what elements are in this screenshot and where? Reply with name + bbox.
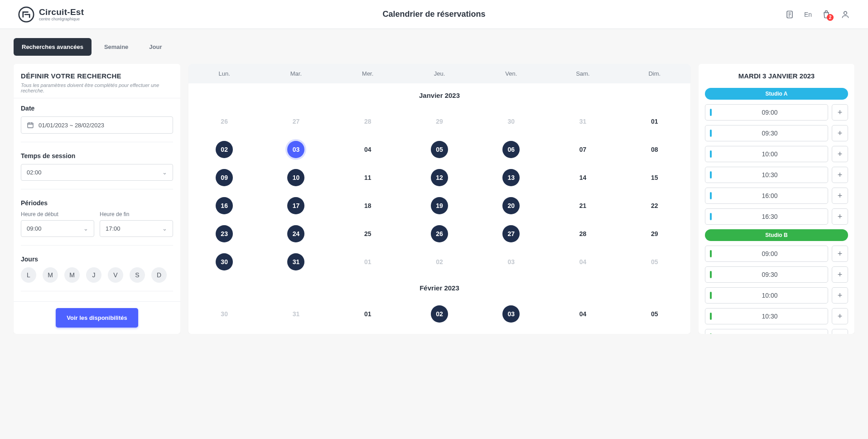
calendar-day-number[interactable]: 27 <box>502 225 520 242</box>
day-toggle-sun[interactable]: D <box>151 267 167 283</box>
session-select[interactable]: 02:00 ⌄ <box>21 164 173 181</box>
calendar-day-number: 29 <box>431 113 448 130</box>
calendar-day-number[interactable]: 17 <box>287 197 304 214</box>
calendar-day-cell[interactable]: 26 <box>404 220 475 248</box>
calendar-day-cell[interactable]: 17 <box>260 192 332 220</box>
calendar-day-number[interactable]: 03 <box>502 305 520 323</box>
document-icon[interactable] <box>785 10 794 19</box>
tab-advanced-search[interactable]: Recherches avancées <box>14 38 92 56</box>
view-availability-button[interactable]: Voir les disponibilités <box>56 308 138 328</box>
user-icon[interactable] <box>841 10 850 19</box>
calendar-day-cell[interactable]: 03 <box>260 135 332 164</box>
timeslot-button[interactable]: 09:30 <box>705 266 828 283</box>
calendar-day-number[interactable]: 24 <box>287 225 304 242</box>
end-time-select[interactable]: 17:00 ⌄ <box>100 220 173 237</box>
calendar-day-number[interactable]: 10 <box>287 169 304 186</box>
timeslot-add-button[interactable]: + <box>832 104 848 121</box>
timeslot-button[interactable]: 10:30 <box>705 308 828 324</box>
calendar-day-cell[interactable]: 02 <box>404 300 475 328</box>
calendar-day-cell[interactable]: 20 <box>475 192 547 220</box>
calendar-day-number: 21 <box>574 197 592 214</box>
calendar-day-number[interactable]: 06 <box>502 141 520 158</box>
calendar-day-number[interactable]: 02 <box>216 141 233 158</box>
calendar-day-number[interactable]: 03 <box>287 141 304 158</box>
timeslot-button[interactable]: 10:30 <box>705 167 828 183</box>
calendar-week: 23242526272829 <box>188 220 690 248</box>
day-toggle-thu[interactable]: J <box>86 267 101 283</box>
timeslot-row: 09:30+ <box>705 125 848 141</box>
timeslot-button[interactable]: 09:30 <box>705 125 828 141</box>
timeslot-add-button[interactable]: + <box>832 266 848 283</box>
timeslot-row: 09:00+ <box>705 246 848 262</box>
timeslot-time: 09:30 <box>712 271 828 278</box>
calendar-day-number: 26 <box>216 113 233 130</box>
calendar-day-cell[interactable]: 19 <box>404 192 475 220</box>
timeslot-add-button[interactable]: + <box>832 246 848 262</box>
day-toggle-tue[interactable]: M <box>43 267 58 283</box>
timeslot-button[interactable]: 09:00 <box>705 246 828 262</box>
calendar-day-number[interactable]: 20 <box>502 197 520 214</box>
calendar-day-cell[interactable]: 10 <box>260 164 332 192</box>
calendar-day-number[interactable]: 16 <box>216 197 233 214</box>
day-toggle-sat[interactable]: S <box>130 267 145 283</box>
day-toggle-mon[interactable]: L <box>21 267 36 283</box>
timeslot-button[interactable]: 16:00 <box>705 188 828 204</box>
calendar-day-cell[interactable]: 30 <box>188 248 260 276</box>
calendar-day-cell[interactable]: 27 <box>475 220 547 248</box>
timeslot-add-button[interactable]: + <box>832 188 848 204</box>
calendar-day-number[interactable]: 05 <box>431 141 448 158</box>
timeslot-button[interactable]: 11:00 <box>705 329 828 334</box>
timeslot-button[interactable]: 10:00 <box>705 287 828 304</box>
timeslot-add-button[interactable]: + <box>832 146 848 162</box>
timeslot-button[interactable]: 10:00 <box>705 146 828 162</box>
day-toggle-fri[interactable]: V <box>108 267 123 283</box>
calendar-day-cell[interactable]: 05 <box>404 135 475 164</box>
timeslot-button[interactable]: 16:30 <box>705 208 828 225</box>
calendar-day-number: 14 <box>574 169 592 186</box>
timeslot-time: 09:00 <box>712 250 828 257</box>
calendar-day-number[interactable]: 26 <box>431 225 448 242</box>
calendar-day-number[interactable]: 31 <box>287 253 304 270</box>
calendar-day-number[interactable]: 12 <box>431 169 448 186</box>
tab-week[interactable]: Semaine <box>96 38 136 56</box>
calendar-day-cell: 31 <box>260 300 332 328</box>
day-detail-title: MARDI 3 JANVIER 2023 <box>699 64 854 88</box>
calendar-day-cell[interactable]: 12 <box>404 164 475 192</box>
calendar-day-cell: 21 <box>547 192 618 220</box>
timeslot-time: 09:30 <box>712 130 828 137</box>
timeslot-add-button[interactable]: + <box>832 287 848 304</box>
calendar-day-number: 05 <box>646 253 663 270</box>
day-toggle-wed[interactable]: M <box>64 267 80 283</box>
calendar-day-cell[interactable]: 16 <box>188 192 260 220</box>
calendar-day-cell[interactable]: 24 <box>260 220 332 248</box>
timeslot-add-button[interactable]: + <box>832 208 848 225</box>
calendar-day-cell: 04 <box>547 300 618 328</box>
calendar-day-number: 31 <box>287 305 304 323</box>
cart-icon[interactable]: 2 <box>822 10 831 19</box>
calendar-day-number[interactable]: 19 <box>431 197 448 214</box>
language-toggle[interactable]: En <box>804 11 812 18</box>
start-time-select[interactable]: 09:00 ⌄ <box>21 220 94 237</box>
calendar-day-cell[interactable]: 03 <box>475 300 547 328</box>
calendar-day-number[interactable]: 02 <box>431 305 448 323</box>
calendar-day-cell[interactable]: 31 <box>260 248 332 276</box>
timeslot-add-button[interactable]: + <box>832 329 848 334</box>
timeslot-time: 11:00 <box>712 333 828 334</box>
logo[interactable]: Circuit-Est centre chorégraphique <box>18 6 84 23</box>
timeslot-add-button[interactable]: + <box>832 308 848 324</box>
timeslot-add-button[interactable]: + <box>832 167 848 183</box>
calendar-day-cell[interactable]: 23 <box>188 220 260 248</box>
calendar-day-number[interactable]: 13 <box>502 169 520 186</box>
timeslot-add-button[interactable]: + <box>832 125 848 141</box>
calendar-day-cell[interactable]: 02 <box>188 135 260 164</box>
calendar-day-cell[interactable]: 06 <box>475 135 547 164</box>
calendar-day-number[interactable]: 30 <box>216 253 233 270</box>
tab-day[interactable]: Jour <box>141 38 170 56</box>
calendar-day-cell[interactable]: 13 <box>475 164 547 192</box>
dow-wed: Mer. <box>332 64 404 83</box>
calendar-day-number[interactable]: 09 <box>216 169 233 186</box>
date-range-input[interactable]: 01/01/2023 ~ 28/02/2023 <box>21 116 173 134</box>
calendar-day-number[interactable]: 23 <box>216 225 233 242</box>
calendar-day-cell[interactable]: 09 <box>188 164 260 192</box>
timeslot-button[interactable]: 09:00 <box>705 104 828 121</box>
